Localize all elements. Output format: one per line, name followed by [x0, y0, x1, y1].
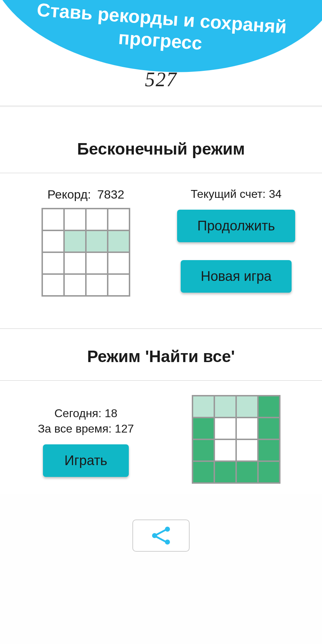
hero-number: 527	[0, 68, 322, 91]
grid-cell	[108, 231, 129, 252]
findall-mode-title: Режим 'Найти все'	[0, 329, 322, 380]
endless-record: Рекорд: 7832	[48, 187, 125, 201]
endless-grid-preview	[42, 208, 130, 297]
share-button[interactable]	[132, 519, 190, 552]
endless-mode-section: Бесконечный режим Рекорд: 7832 Текущий с…	[0, 107, 322, 328]
grid-cell	[43, 231, 63, 252]
endless-left-col: Рекорд: 7832	[18, 187, 154, 297]
grid-cell	[43, 275, 63, 295]
grid-cell	[215, 462, 235, 482]
grid-cell	[43, 253, 63, 273]
record-label: Рекорд:	[48, 187, 91, 201]
grid-cell	[87, 275, 107, 295]
endless-right-col: Текущий счет: 34 Продолжить Новая игра	[168, 187, 304, 311]
today-value: 18	[104, 407, 117, 420]
grid-cell	[259, 418, 279, 439]
current-score: Текущий счет: 34	[191, 187, 282, 201]
grid-cell	[215, 440, 235, 460]
share-row	[0, 519, 322, 552]
grid-cell	[215, 396, 235, 417]
grid-cell	[237, 418, 257, 439]
grid-cell	[65, 231, 85, 252]
grid-cell	[43, 209, 63, 230]
grid-cell	[87, 253, 107, 273]
grid-cell	[193, 418, 214, 439]
grid-cell	[259, 396, 279, 417]
today-stat: Сегодня: 18	[54, 406, 117, 421]
grid-cell	[193, 462, 214, 482]
findall-mode-body: Сегодня: 18 За все время: 127 Играть	[0, 381, 322, 494]
grid-cell	[108, 275, 129, 295]
grid-cell	[215, 418, 235, 439]
endless-mode-title: Бесконечный режим	[0, 107, 322, 173]
new-game-button[interactable]: Новая игра	[181, 260, 292, 293]
grid-cell	[87, 209, 107, 230]
findall-mode-section: Режим 'Найти все' Сегодня: 18 За все вре…	[0, 329, 322, 494]
alltime-label: За все время:	[38, 422, 112, 435]
today-label: Сегодня:	[54, 407, 102, 420]
grid-cell	[193, 440, 214, 460]
grid-cell	[108, 209, 129, 230]
alltime-value: 127	[115, 422, 134, 435]
grid-cell	[108, 253, 129, 273]
grid-cell	[65, 275, 85, 295]
grid-cell	[237, 396, 257, 417]
findall-left-col: Сегодня: 18 За все время: 127 Играть	[18, 395, 154, 477]
findall-grid-preview	[192, 395, 280, 484]
share-icon	[152, 527, 170, 545]
alltime-stat: За все время: 127	[38, 421, 134, 436]
continue-button[interactable]: Продолжить	[177, 210, 295, 242]
grid-cell	[237, 440, 257, 460]
endless-mode-body: Рекорд: 7832 Текущий счет: 34 Продолжить…	[0, 173, 322, 328]
grid-cell	[65, 253, 85, 273]
grid-cell	[259, 462, 279, 482]
findall-right-col	[168, 395, 304, 484]
record-value: 7832	[97, 187, 125, 201]
grid-cell	[193, 396, 214, 417]
play-button[interactable]: Играть	[43, 444, 129, 477]
grid-cell	[65, 209, 85, 230]
hero-banner: Ставь рекорды и сохраняй прогресс 527	[0, 0, 322, 106]
grid-cell	[237, 462, 257, 482]
grid-cell	[259, 440, 279, 460]
grid-cell	[87, 231, 107, 252]
